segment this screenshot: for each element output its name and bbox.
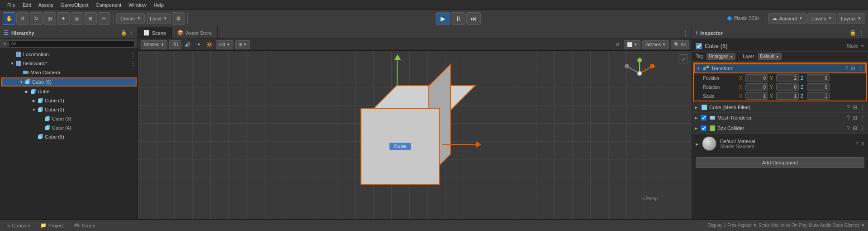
effects-icon[interactable]: ✦	[194, 40, 203, 49]
mesh-renderer-help-icon[interactable]: ?	[847, 115, 850, 121]
transform-menu-icon[interactable]: ⋮	[858, 65, 863, 72]
material-select-icon[interactable]: ⊙	[860, 141, 864, 147]
menu-window[interactable]: Window	[125, 0, 150, 10]
mesh-filter-preset-icon[interactable]: ⊞	[853, 104, 857, 111]
transform-header[interactable]: ▼ Transform ? ⊞ ⋮	[694, 63, 866, 73]
static-arrow-icon[interactable]: ▼	[861, 44, 864, 48]
rotation-y-input[interactable]	[776, 83, 799, 91]
mesh-renderer-header[interactable]: ▶ Mesh Renderer ? ⊞ ⋮	[692, 113, 868, 123]
hierarchy-item-cube[interactable]: ▶ Cube	[0, 87, 138, 96]
hierarchy-item-cube3[interactable]: Cube (3)	[0, 114, 138, 123]
box-collider-menu-icon[interactable]: ⋮	[860, 125, 865, 131]
hierarchy-item-locomotion[interactable]: Locomotion ⋮	[0, 50, 138, 59]
mesh-filter-header[interactable]: ▶ Cube (Mesh Filter) ? ⊞ ⋮	[692, 102, 868, 112]
layers-button[interactable]: Layers ▼	[807, 13, 836, 24]
inspector-lock-icon[interactable]: 🔒	[849, 29, 856, 37]
bottom-tab-console[interactable]: ≡ Console	[3, 221, 35, 231]
scene-tool-x[interactable]: ✕	[613, 40, 622, 49]
tool-rect[interactable]: ⊞	[43, 12, 56, 25]
layer-dropdown[interactable]: Default ▼	[758, 53, 781, 60]
scale-y-input[interactable]	[776, 92, 799, 100]
hierarchy-item-cube6[interactable]: ▼ Cube (6)	[1, 77, 137, 87]
shading-dropdown[interactable]: Shaded ▼	[141, 40, 167, 49]
box-collider-help-icon[interactable]: ?	[847, 125, 850, 131]
cube-object[interactable]: Cube	[360, 85, 451, 176]
mesh-renderer-checkbox[interactable]	[701, 115, 707, 120]
transform-help-icon[interactable]: ?	[845, 65, 848, 72]
menu-gameobject[interactable]: GameObject	[57, 0, 92, 10]
local-button[interactable]: Local ▼	[146, 13, 171, 24]
tool-hand[interactable]: ✋	[3, 12, 15, 25]
grid-dropdown[interactable]: ⊞ ▼	[235, 40, 250, 49]
pause-button[interactable]: ⏸	[451, 12, 465, 25]
tool-transform[interactable]: ✂	[98, 12, 110, 25]
tag-dropdown[interactable]: Untagged ▼	[707, 53, 735, 60]
transform-preset-icon[interactable]: ⊞	[851, 65, 855, 72]
hierarchy-lock-icon[interactable]: 🔒	[121, 30, 127, 36]
box-collider-checkbox[interactable]	[701, 125, 707, 131]
hierarchy-item-cube5[interactable]: Cube (5)	[0, 132, 138, 141]
item-menu[interactable]: ⋮	[130, 60, 136, 67]
maximize-icon[interactable]: ⤢	[679, 54, 688, 63]
mesh-renderer-preset-icon[interactable]: ⊞	[853, 115, 857, 121]
add-component-button[interactable]: Add Component	[696, 157, 864, 168]
hierarchy-search-input[interactable]	[9, 40, 135, 48]
scene-tool1[interactable]: 🔆	[205, 40, 214, 49]
material-help-icon[interactable]: ?	[856, 141, 859, 147]
position-z-input[interactable]	[807, 74, 830, 82]
object-active-checkbox[interactable]	[696, 43, 702, 49]
hierarchy-item-maincamera[interactable]: Main Camera	[0, 68, 138, 77]
mode-2d-button[interactable]: 2D	[169, 40, 181, 49]
position-y-input[interactable]	[776, 74, 799, 82]
tool-undo[interactable]: ↺	[16, 12, 29, 25]
expand-arrow[interactable]: ▶	[31, 99, 37, 103]
expand-arrow[interactable]: ▼	[9, 62, 15, 66]
visibility-dropdown[interactable]: ⊙0 ▼	[216, 40, 233, 49]
step-button[interactable]: ⏭	[466, 12, 481, 25]
box-collider-header[interactable]: ▶ Box Collider ? ⊞ ⋮	[692, 123, 868, 133]
tool-rotate[interactable]: ◎	[71, 12, 83, 25]
inspector-menu-icon[interactable]: ⋮	[858, 29, 864, 37]
hierarchy-item-cube1[interactable]: ▶ Cube (1)	[0, 96, 138, 105]
menu-file[interactable]: File	[4, 0, 19, 10]
tool-extra[interactable]: ⚙	[172, 12, 185, 25]
gizmos-dropdown[interactable]: Gizmos ▼	[642, 40, 669, 49]
hierarchy-item-cube4[interactable]: Cube (4)	[0, 123, 138, 132]
menu-assets[interactable]: Assets	[35, 0, 57, 10]
hierarchy-item-cube2[interactable]: ▼ Cube (2)	[0, 105, 138, 114]
bottom-tab-project[interactable]: 📁 Project	[36, 221, 68, 231]
scene-tab-assetstore[interactable]: 📦 Asset Store	[172, 27, 218, 39]
expand-arrow[interactable]: ▼	[18, 80, 24, 84]
scene-tab-scene[interactable]: ⬜ Scene	[138, 27, 172, 39]
rotation-z-input[interactable]	[807, 83, 830, 91]
box-collider-preset-icon[interactable]: ⊞	[853, 125, 857, 131]
tool-scale[interactable]: ⊕	[84, 12, 97, 25]
search-dropdown[interactable]: 🔍 All	[671, 40, 689, 49]
menu-help[interactable]: Help	[150, 0, 167, 10]
scale-x-input[interactable]	[745, 92, 768, 100]
rotation-x-input[interactable]	[745, 83, 768, 91]
tool-redo[interactable]: ↻	[30, 12, 43, 25]
mesh-filter-menu-icon[interactable]: ⋮	[860, 104, 865, 111]
play-button[interactable]: ▶	[436, 12, 450, 25]
scene-view[interactable]: Cube Y	[138, 51, 692, 219]
mesh-renderer-menu-icon[interactable]: ⋮	[860, 115, 865, 121]
mesh-filter-help-icon[interactable]: ?	[847, 104, 850, 111]
tool-move[interactable]: ✦	[57, 12, 70, 25]
audio-icon[interactable]: 🔊	[183, 40, 192, 49]
scale-z-input[interactable]	[807, 92, 830, 100]
hierarchy-menu-icon[interactable]: ⋮	[129, 30, 134, 36]
expand-arrow[interactable]: ▼	[31, 108, 37, 112]
hierarchy-item-helloworld[interactable]: ▼ helloworld* ⋮	[0, 59, 138, 68]
scene-extra-dropdown[interactable]: ⬜ ▼	[624, 40, 640, 49]
scene-dots-icon[interactable]: ⋮	[683, 29, 689, 37]
layout-button[interactable]: Layout ▼	[837, 13, 865, 24]
bottom-tab-game[interactable]: 🎮 Game	[69, 221, 100, 231]
account-button[interactable]: ☁ Account ▼	[768, 13, 806, 24]
expand-arrow[interactable]: ▶	[24, 90, 30, 94]
menu-edit[interactable]: Edit	[19, 0, 35, 10]
menu-component[interactable]: Component	[92, 0, 125, 10]
position-x-input[interactable]	[745, 74, 768, 82]
material-arrow-icon[interactable]: ▶	[696, 142, 698, 146]
item-menu[interactable]: ⋮	[130, 51, 136, 58]
